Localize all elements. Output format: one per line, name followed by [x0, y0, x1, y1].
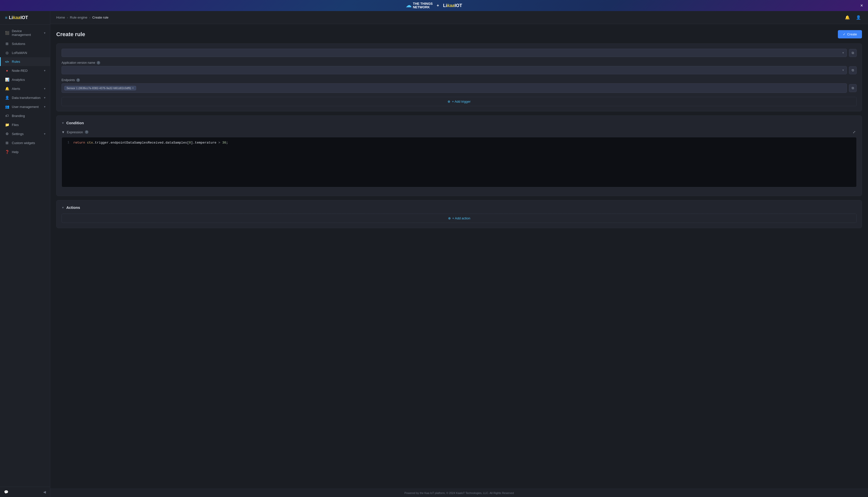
chevron-icon: ▼ — [43, 96, 46, 99]
app-version-select[interactable] — [61, 66, 847, 74]
banner-logo: ☁ THE THINGSNETWORK + LikaaIOT — [406, 2, 462, 9]
sidebar: ≡ LikaaIOT ⬛ Device management ▼ ⊞ Solut… — [0, 11, 50, 497]
ttn-text: THE THINGSNETWORK — [413, 2, 433, 9]
sidebar-item-label: Branding — [12, 114, 46, 118]
top-header: Home › Rule engine › Create rule 🔔 👤 — [50, 11, 868, 24]
sidebar-item-custom-widgets[interactable]: ⊞ Custom widgets — [0, 138, 50, 147]
copy-app-version-button[interactable]: ⧉ — [849, 66, 857, 74]
actions-toggle-icon: ▼ — [61, 206, 64, 209]
checkmark-icon: ✓ — [843, 32, 846, 36]
analytics-icon: 📊 — [5, 77, 9, 82]
expression-expand-button[interactable]: ⤢ — [852, 129, 857, 135]
expression-toggle-icon: ▼ — [61, 130, 65, 134]
solutions-icon: ⊞ — [5, 42, 9, 46]
copy-icon: ⧉ — [852, 86, 854, 90]
sidebar-item-label: Analytics — [12, 78, 46, 82]
code-editor[interactable]: 1 return ctx.trigger.endpointDataSamples… — [61, 137, 857, 187]
sidebar-item-rules[interactable]: </> Rules — [0, 57, 50, 66]
ttn-logo: ☁ THE THINGSNETWORK — [406, 2, 433, 9]
code-op: > — [216, 141, 222, 145]
endpoints-help-icon[interactable]: ? — [76, 78, 80, 82]
sidebar-item-alerts[interactable]: 🔔 Alerts ▼ — [0, 84, 50, 93]
tag-remove-button[interactable]: × — [132, 87, 134, 90]
chevron-icon: ▼ — [43, 32, 46, 34]
lorawan-icon: ◎ — [5, 51, 9, 55]
sidebar-item-label: Help — [12, 150, 46, 154]
rules-icon: </> — [5, 60, 9, 63]
app-version-control: ▼ ⧉ — [61, 66, 857, 74]
notifications-button[interactable]: 🔔 — [844, 14, 851, 21]
sidebar-item-device-management[interactable]: ⬛ Device management ▼ — [0, 27, 50, 39]
breadcrumb-current: Create rule — [92, 16, 108, 19]
sidebar-item-analytics[interactable]: 📊 Analytics — [0, 75, 50, 84]
breadcrumb-rule-engine[interactable]: Rule engine — [70, 16, 87, 19]
sidebar-item-data-transformation[interactable]: 👤 Data transformation ▼ — [0, 93, 50, 102]
sidebar-item-branding[interactable]: 🏷 Branding — [0, 111, 50, 120]
sidebar-item-solutions[interactable]: ⊞ Solutions — [0, 39, 50, 48]
user-profile-button[interactable]: 👤 — [855, 14, 862, 21]
breadcrumb-sep: › — [89, 16, 90, 19]
endpoints-control: Sensor 1 (0636cc7e-8382-4376-9a32-fd61d0… — [61, 83, 857, 93]
code-prop: ].temperature — [191, 141, 216, 145]
app-version-select-wrapper[interactable]: ▼ — [61, 66, 847, 74]
code-num2: 30 — [222, 141, 226, 145]
settings-icon: ⚙ — [5, 132, 9, 136]
breadcrumb-home[interactable]: Home — [56, 16, 65, 19]
sidebar-item-lorawan[interactable]: ◎ LoRaWAN — [0, 48, 50, 57]
chevron-icon: ▼ — [43, 105, 46, 108]
code-dot: .trigger.endpointDataSamplesReceived.dat… — [93, 141, 189, 145]
condition-section-header[interactable]: ▼ Condition — [61, 121, 857, 125]
sidebar-item-label: Settings — [12, 132, 41, 136]
copy-icon: ⧉ — [852, 51, 854, 55]
custom-widgets-icon: ⊞ — [5, 141, 9, 145]
actions-section-header[interactable]: ▼ Actions — [61, 205, 857, 210]
sidebar-item-files[interactable]: 📁 Files — [0, 120, 50, 129]
content-area: Home › Rule engine › Create rule 🔔 👤 Cre… — [50, 11, 868, 497]
copy-endpoints-button[interactable]: ⧉ — [849, 84, 857, 92]
app-version-top-control: ▼ ⧉ — [61, 49, 857, 57]
banner-close-button[interactable]: × — [860, 3, 863, 8]
add-trigger-row[interactable]: ⊕ + Add trigger — [61, 97, 857, 106]
app-version-top-select-wrapper[interactable]: ▼ — [61, 49, 847, 57]
sidebar-item-label: User management — [12, 105, 41, 109]
sidebar-collapse-button[interactable]: ◀ — [43, 490, 46, 494]
kaa-prefix: Li — [443, 3, 447, 8]
code-num: 0 — [189, 141, 191, 145]
create-button[interactable]: ✓ Create — [838, 30, 862, 39]
sidebar-logo: ≡ LikaaIOT — [0, 11, 50, 25]
add-action-button[interactable]: ⊕ + Add action — [64, 216, 854, 220]
line-number: 1 — [65, 141, 69, 144]
kaa-suffix: IOT — [454, 3, 462, 8]
chevron-icon: ▼ — [43, 87, 46, 90]
page-header: Create rule ✓ Create — [56, 30, 862, 39]
expression-label: ▼ Expression ? — [61, 130, 88, 134]
sidebar-item-node-red[interactable]: ● Node-RED ▼ — [0, 66, 50, 75]
endpoints-group: Endpoints ? Sensor 1 (0636cc7e-8382-4376… — [61, 78, 857, 93]
add-trigger-button[interactable]: ⊕ + Add trigger — [64, 100, 854, 103]
endpoints-label: Endpoints ? — [61, 78, 857, 82]
kaa-logo: LikaaIOT — [443, 3, 462, 8]
expression-help-icon[interactable]: ? — [85, 130, 88, 134]
app-version-top-group: ▼ ⧉ — [61, 49, 857, 57]
sidebar-item-label: Alerts — [12, 87, 41, 90]
expression-section: ▼ Expression ? ⤢ 1 return — [61, 129, 857, 187]
endpoints-input[interactable]: Sensor 1 (0636cc7e-8382-4376-9a32-fd61d0… — [61, 83, 847, 93]
chevron-icon: ▼ — [43, 132, 46, 135]
page-title: Create rule — [56, 31, 85, 38]
copy-app-version-top-button[interactable]: ⧉ — [849, 49, 857, 57]
add-action-row[interactable]: ⊕ + Add action — [61, 214, 857, 223]
trigger-form-card: ▼ ⧉ Application version name ? — [56, 43, 862, 111]
sidebar-nav: ⬛ Device management ▼ ⊞ Solutions ◎ LoRa… — [0, 25, 50, 487]
sidebar-item-user-management[interactable]: 👥 User management ▼ — [0, 102, 50, 111]
device-management-icon: ⬛ — [5, 31, 9, 35]
copy-icon: ⧉ — [852, 68, 854, 72]
cloud-icon: ☁ — [406, 2, 411, 9]
sidebar-item-settings[interactable]: ⚙ Settings ▼ — [0, 129, 50, 138]
sidebar-item-label: Files — [12, 123, 46, 127]
sidebar-item-help[interactable]: ❓ Help — [0, 147, 50, 156]
app-version-top-select[interactable] — [61, 49, 847, 57]
chat-icon: 💬 — [4, 490, 8, 494]
endpoint-tag: Sensor 1 (0636cc7e-8382-4376-9a32-fd61d0… — [64, 86, 136, 90]
app-version-help-icon[interactable]: ? — [97, 61, 100, 65]
app-version-label: Application version name ? — [61, 61, 857, 65]
